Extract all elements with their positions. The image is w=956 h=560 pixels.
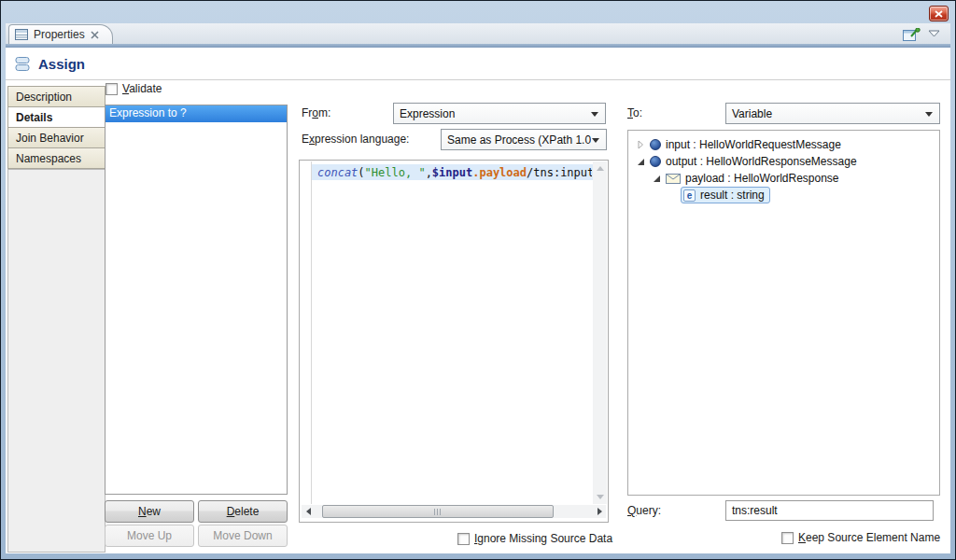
window-close-button[interactable] [929,6,949,21]
element-icon: e [683,189,696,202]
assign-icon [15,56,31,72]
from-label: From: [302,106,330,119]
message-part-icon [666,174,681,184]
chevron-down-icon [925,112,933,117]
variables-tree: input : HelloWorldRequestMessage output … [627,130,940,496]
variable-icon [650,156,661,167]
new-button[interactable]: New [105,500,194,523]
expression-language-combo[interactable]: Same as Process (XPath 1.0 in [441,129,607,150]
tree-item-result[interactable]: e result : string [628,187,939,203]
page-title: Assign [38,56,85,72]
expression-code[interactable]: concat("Hello, ",$input.payload/tns:inpu… [317,166,592,179]
sidebar-tab-join-behavior[interactable]: Join Behavior [7,127,105,148]
variable-icon [650,139,661,150]
view-tab-bar [6,23,950,44]
editor-gutter [311,161,312,504]
to-combo-value: Variable [732,107,772,120]
tree-item-payload[interactable]: payload : HelloWorldResponse [628,170,939,187]
from-combo[interactable]: Expression [393,103,606,124]
expand-expanded-icon[interactable] [652,175,661,183]
close-icon [935,10,943,18]
delete-button[interactable]: Delete [198,500,288,523]
move-up-button[interactable]: Move Up [105,525,194,547]
sidebar-tab-label: Description [16,91,72,104]
to-label: To: [627,106,642,119]
tree-selection[interactable]: e result : string [681,187,770,203]
scroll-up-icon[interactable] [593,161,607,175]
tab-close-icon[interactable] [91,31,99,39]
ignore-missing-checkbox[interactable] [457,533,470,545]
view-menu-icon[interactable] [927,29,940,38]
query-input[interactable]: tns:result [725,500,934,521]
editor-horizontal-scrollbar[interactable] [302,505,606,518]
expand-collapsed-icon[interactable] [636,140,645,149]
tab-properties[interactable]: Properties [8,24,113,44]
keep-source-checkbox[interactable] [781,532,794,544]
move-down-button[interactable]: Move Down [198,525,288,547]
scrollbar-thumb[interactable] [322,505,554,518]
sidebar-tab-details[interactable]: Details [7,106,105,128]
tab-label: Properties [34,28,85,41]
expression-language-value: Same as Process (XPath 1.0 in [447,133,591,147]
tree-item-label: output : HelloWorldResponseMessage [666,155,857,168]
tree-item-output[interactable]: output : HelloWorldResponseMessage [628,153,939,170]
sidebar-tab-label: Join Behavior [16,132,84,145]
properties-window: Properties Assign Description Details [0,0,956,560]
tree-item-label: result : string [700,189,765,202]
validate-checkbox[interactable] [105,83,118,95]
tree-item-input[interactable]: input : HelloWorldRequestMessage [628,136,939,153]
form-header: Assign [6,48,950,80]
chevron-down-icon [591,112,598,117]
expression-editor[interactable]: concat("Hello, ",$input.payload/tns:inpu… [299,160,609,523]
validate-label[interactable]: Validate [122,82,162,95]
keep-source-label[interactable]: Keep Source Element Name [798,531,940,544]
sidebar-tab-label: Details [16,111,52,124]
pin-view-icon[interactable] [902,27,921,42]
expressions-list: Expression to ? [105,105,288,495]
properties-view-icon [15,29,28,40]
sidebar-empty-panel [7,169,105,553]
editor-vertical-scrollbar[interactable] [593,161,607,504]
scroll-down-icon[interactable] [593,490,607,504]
tree-item-label: payload : HelloWorldResponse [685,172,839,185]
list-item[interactable]: Expression to ? [105,105,287,122]
tree-item-label: input : HelloWorldRequestMessage [666,138,841,151]
from-combo-value: Expression [400,107,455,120]
expression-language-label: Expression language: [302,133,409,146]
sidebar-tab-label: Namespaces [16,152,81,165]
sidebar-tab-namespaces[interactable]: Namespaces [7,147,105,169]
scroll-right-icon[interactable] [593,505,606,518]
ignore-missing-label[interactable]: Ignore Missing Source Data [474,532,612,545]
expand-expanded-icon[interactable] [636,158,645,166]
to-combo[interactable]: Variable [725,103,940,124]
sidebar-tab-description[interactable]: Description [7,86,105,107]
query-label: Query: [627,504,661,517]
scroll-left-icon[interactable] [302,505,315,518]
chevron-down-icon [592,138,599,143]
